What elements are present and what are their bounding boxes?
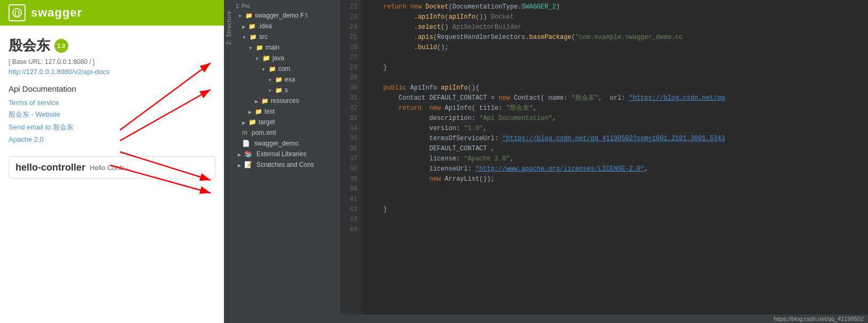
code-content[interactable]: return new Docket(DocumentationType.SWAG… bbox=[361, 0, 868, 323]
structure-sidebar: Z: Structure bbox=[224, 0, 234, 323]
tree-item-label: main bbox=[266, 44, 279, 51]
version-badge: 1.0 bbox=[54, 39, 68, 53]
bottom-url: https://blog.csdn.net/qq_41199502 bbox=[774, 316, 864, 322]
section-title: Api Documentation bbox=[9, 84, 215, 93]
folder-icon: 📁 bbox=[275, 76, 283, 83]
code-line: .apis(RequestHandlerSelectors.basePackag… bbox=[368, 33, 862, 43]
code-line: new ArrayList()); bbox=[368, 174, 862, 184]
app-wrapper: {} swagger 殷会东 1.0 [ Base URL: 127.0.0.1… bbox=[0, 0, 868, 323]
folder-icon: 📁 bbox=[255, 108, 262, 115]
expand-icon bbox=[261, 65, 267, 72]
code-area: 2223242526272829303132333435363738394041… bbox=[340, 0, 868, 323]
tree-item[interactable]: 📁 s bbox=[234, 85, 340, 95]
tree-item-label: resources bbox=[271, 97, 299, 104]
tree-item[interactable]: m pom.xml bbox=[234, 127, 340, 138]
folder-icon: 📁 bbox=[269, 66, 276, 72]
folder-orange-icon: 📁 bbox=[248, 118, 256, 126]
code-line: .apiInfo(apiInfo()) Docket bbox=[368, 12, 862, 22]
terms-of-service-link[interactable]: Terms of service bbox=[9, 99, 215, 107]
folder-icon: 📁 bbox=[256, 44, 263, 51]
bottom-bar: https://blog.csdn.net/qq_41199502 bbox=[224, 314, 868, 323]
tree-item-label: target bbox=[259, 118, 275, 126]
tree-item[interactable]: 📁 main bbox=[234, 42, 340, 53]
tree-item[interactable]: 📁 target bbox=[234, 117, 340, 127]
code-line: version: "1.0", bbox=[368, 124, 862, 134]
tree-item[interactable]: 📁 exa bbox=[234, 74, 340, 85]
expand-icon bbox=[268, 76, 273, 83]
controller-name: hello-controller bbox=[15, 162, 85, 173]
code-line: licenseUrl: "http://www.apache.org/licen… bbox=[368, 164, 862, 174]
structure-label: Z: Structure bbox=[226, 11, 232, 45]
expand-icon bbox=[255, 97, 259, 104]
folder-blue-icon: 📁 bbox=[262, 54, 270, 62]
expand-icon bbox=[255, 54, 260, 62]
code-line: return new ApiInfo( title: "殷会东", bbox=[368, 103, 862, 114]
tree-item-label: exa bbox=[285, 76, 295, 83]
swagger-panel: {} swagger 殷会东 1.0 [ Base URL: 127.0.0.1… bbox=[0, 0, 224, 323]
expand-icon bbox=[242, 118, 246, 126]
expand-icon bbox=[238, 150, 242, 158]
folder-icon: 📁 bbox=[250, 34, 257, 41]
code-line bbox=[368, 215, 862, 225]
code-line: DEFAULT_CONTACT , bbox=[368, 144, 862, 154]
code-line: description: "Api Documentation", bbox=[368, 114, 862, 124]
scratch-icon: 📝 bbox=[244, 161, 252, 168]
swagger-title: swagger bbox=[31, 6, 82, 20]
folder-icon: 📁 bbox=[248, 23, 256, 30]
tree-item-label: test bbox=[264, 108, 275, 115]
expand-icon bbox=[238, 12, 243, 19]
code-line: return new Docket(DocumentationType.SWAG… bbox=[368, 2, 862, 12]
controller-row[interactable]: hello-controller Hello Contr... bbox=[9, 156, 215, 179]
api-title-row: 殷会东 1.0 bbox=[9, 36, 215, 55]
tree-item[interactable]: 📁 resources bbox=[234, 95, 340, 106]
tree-item[interactable]: 📚 External Libraries bbox=[234, 149, 340, 159]
tree-item-label: s bbox=[285, 86, 288, 94]
file-icon: 📄 bbox=[242, 140, 250, 147]
tree-item[interactable]: 📁 test bbox=[234, 106, 340, 117]
swagger-content: 殷会东 1.0 [ Base URL: 127.0.0.1:8080 / ] h… bbox=[0, 26, 224, 323]
expand-icon bbox=[248, 108, 253, 115]
tree-item[interactable]: 📁 swagger_demo F:\ bbox=[234, 10, 340, 21]
code-line bbox=[368, 73, 862, 83]
tree-item-label: java bbox=[272, 54, 284, 62]
tree-item[interactable]: 📝 Scratches and Cons bbox=[234, 159, 340, 170]
expand-icon bbox=[238, 161, 242, 168]
tree-item[interactable]: 📁 src bbox=[234, 31, 340, 42]
folder-icon: 📁 bbox=[245, 12, 253, 19]
code-line bbox=[368, 53, 862, 63]
tree-item[interactable]: 📁 .idea bbox=[234, 21, 340, 31]
code-line: .select() ApiSelectorBuilder bbox=[368, 22, 862, 33]
code-line: termsOfServiceUrl: "https://blog.csdn.ne… bbox=[368, 134, 862, 144]
xml-icon: m bbox=[242, 129, 247, 136]
proj-label: 1: Pro bbox=[236, 3, 250, 9]
tree-item-label: External Libraries bbox=[256, 150, 306, 158]
api-title: 殷会东 bbox=[9, 36, 50, 55]
links-section: Terms of service 殷会东 - Website Send emai… bbox=[9, 99, 215, 143]
license-link[interactable]: Apache 2.0 bbox=[9, 135, 215, 143]
code-line: .build(); bbox=[368, 43, 862, 53]
expand-icon bbox=[242, 22, 246, 30]
code-line: Contact DEFAULT_CONTACT = new Contact( n… bbox=[368, 93, 862, 103]
code-line: public ApiInfo apiInfo(){ bbox=[368, 83, 862, 93]
project-label: 1: Pro bbox=[234, 2, 340, 10]
code-line: } bbox=[368, 63, 862, 73]
tree-item-label: swagger_demo F:\ bbox=[255, 12, 308, 19]
folder-icon: 📁 bbox=[261, 98, 269, 104]
tree-item[interactable]: 📁 com bbox=[234, 63, 340, 74]
swagger-logo-icon: {} bbox=[9, 4, 26, 21]
email-link[interactable]: Send email to 殷会东 bbox=[9, 123, 215, 132]
base-url: [ Base URL: 127.0.0.1:8080 / ] bbox=[9, 58, 215, 66]
code-line bbox=[368, 225, 862, 235]
expand-icon bbox=[242, 33, 247, 41]
tree-item-label: .idea bbox=[258, 22, 272, 30]
expand-icon bbox=[248, 44, 254, 51]
website-link[interactable]: 殷会东 - Website bbox=[9, 110, 215, 119]
tree-item[interactable]: 📄 swagger_demo. bbox=[234, 138, 340, 149]
lib-icon: 📚 bbox=[244, 150, 252, 158]
code-line bbox=[368, 195, 862, 205]
tree-item-label: swagger_demo. bbox=[254, 140, 300, 147]
api-docs-link[interactable]: http://127.0.0.1:8080/v2/api-docs bbox=[9, 68, 215, 76]
tree-item-label: Scratches and Cons bbox=[256, 161, 314, 168]
tree-item[interactable]: 📁 java bbox=[234, 53, 340, 63]
code-line bbox=[368, 184, 862, 195]
